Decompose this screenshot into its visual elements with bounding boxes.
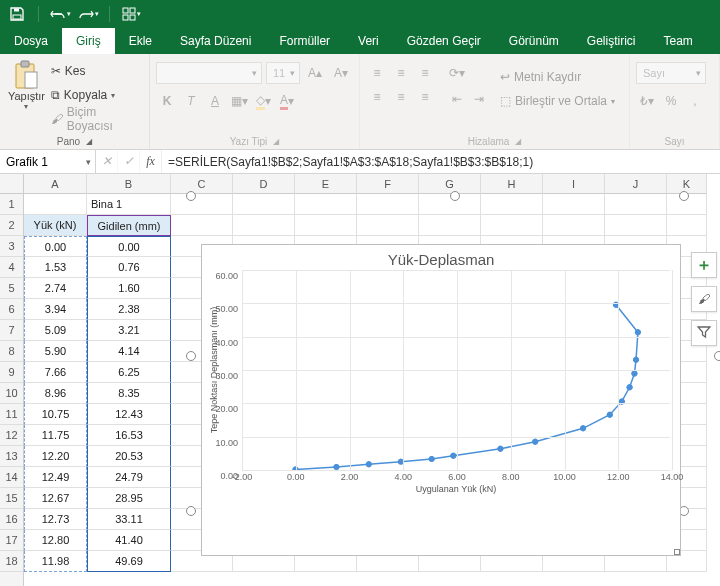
- cell[interactable]: 41.40: [87, 530, 171, 551]
- chart-title[interactable]: Yük-Deplasman: [202, 251, 680, 268]
- cell[interactable]: 12.49: [24, 467, 87, 488]
- column-header[interactable]: I: [543, 174, 605, 194]
- number-format-combo[interactable]: Sayı: [636, 62, 706, 84]
- row-header[interactable]: 9: [0, 362, 23, 383]
- cell[interactable]: 12.20: [24, 446, 87, 467]
- row-header[interactable]: 7: [0, 320, 23, 341]
- tab-dosya[interactable]: Dosya: [0, 28, 62, 54]
- cell[interactable]: 0.76: [87, 257, 171, 278]
- cell[interactable]: Bina 1: [87, 194, 171, 215]
- merge-center-button[interactable]: ⬚Birleştir ve Ortala▾: [500, 90, 615, 112]
- fill-color-button[interactable]: ◇▾: [252, 90, 274, 112]
- column-header[interactable]: J: [605, 174, 667, 194]
- row-header[interactable]: 17: [0, 530, 23, 551]
- cell[interactable]: 5.09: [24, 320, 87, 341]
- row-header[interactable]: 12: [0, 425, 23, 446]
- cell[interactable]: 20.53: [87, 446, 171, 467]
- italic-button[interactable]: T: [180, 90, 202, 112]
- name-box[interactable]: Grafik 1: [0, 150, 96, 173]
- cell[interactable]: 7.66: [24, 362, 87, 383]
- cell[interactable]: 12.43: [87, 404, 171, 425]
- cell[interactable]: 4.14: [87, 341, 171, 362]
- cell[interactable]: 12.73: [24, 509, 87, 530]
- cell[interactable]: 16.53: [87, 425, 171, 446]
- save-icon[interactable]: [6, 3, 28, 25]
- row-header[interactable]: 10: [0, 383, 23, 404]
- align-top-icon[interactable]: ≡: [366, 62, 388, 84]
- cell[interactable]: 28.95: [87, 488, 171, 509]
- tab-team[interactable]: Team: [650, 28, 707, 54]
- align-bottom-icon[interactable]: ≡: [414, 62, 436, 84]
- row-header[interactable]: 18: [0, 551, 23, 572]
- row-header[interactable]: 6: [0, 299, 23, 320]
- format-painter-button[interactable]: 🖌Biçim Boyacısı: [51, 108, 143, 130]
- column-header[interactable]: D: [233, 174, 295, 194]
- cell[interactable]: 3.21: [87, 320, 171, 341]
- column-header[interactable]: E: [295, 174, 357, 194]
- cell[interactable]: 5.90: [24, 341, 87, 362]
- column-header[interactable]: G: [419, 174, 481, 194]
- tab-ekle[interactable]: Ekle: [115, 28, 166, 54]
- comma-icon[interactable]: ,: [684, 90, 706, 112]
- tab-gorunum[interactable]: Görünüm: [495, 28, 573, 54]
- tab-giris[interactable]: Giriş: [62, 28, 115, 54]
- chart-filter-button[interactable]: [691, 320, 717, 346]
- copy-button[interactable]: ⧉Kopyala▾: [51, 84, 143, 106]
- row-header[interactable]: 16: [0, 509, 23, 530]
- tab-gelistirici[interactable]: Geliştirici: [573, 28, 650, 54]
- font-size-combo[interactable]: 11: [266, 62, 300, 84]
- column-header[interactable]: A: [24, 174, 87, 194]
- resize-handle[interactable]: [714, 351, 720, 361]
- row-header[interactable]: 11: [0, 404, 23, 425]
- chart-area[interactable]: Yük-Deplasman Tepe Noktası Deplasmanı (m…: [201, 244, 681, 556]
- resize-handle[interactable]: [450, 191, 460, 201]
- resize-handle[interactable]: [186, 351, 196, 361]
- cell[interactable]: 12.67: [24, 488, 87, 509]
- undo-icon[interactable]: ▾: [49, 3, 71, 25]
- resize-handle[interactable]: [186, 191, 196, 201]
- cell[interactable]: 1.60: [87, 278, 171, 299]
- cell[interactable]: 8.35: [87, 383, 171, 404]
- border-button[interactable]: ▦▾: [228, 90, 250, 112]
- tab-sayfa-duzeni[interactable]: Sayfa Düzeni: [166, 28, 265, 54]
- cancel-icon[interactable]: ✕: [96, 150, 118, 173]
- tab-veri[interactable]: Veri: [344, 28, 393, 54]
- currency-icon[interactable]: ₺▾: [636, 90, 658, 112]
- tab-gozden-gecir[interactable]: Gözden Geçir: [393, 28, 495, 54]
- paste-button[interactable]: Yapıştır ▾: [6, 60, 47, 111]
- cell[interactable]: 12.80: [24, 530, 87, 551]
- row-header[interactable]: 1: [0, 194, 23, 215]
- chart-container[interactable]: Yük-Deplasman Tepe Noktası Deplasmanı (m…: [191, 196, 719, 556]
- font-family-combo[interactable]: [156, 62, 262, 84]
- resize-handle[interactable]: [186, 506, 196, 516]
- formula-input[interactable]: =SERİLER(Sayfa1!$B$2;Sayfa1!$A$3:$A$18;S…: [162, 150, 720, 173]
- font-color-button[interactable]: A▾: [276, 90, 298, 112]
- row-header[interactable]: 8: [0, 341, 23, 362]
- cell[interactable]: 10.75: [24, 404, 87, 425]
- row-header[interactable]: 14: [0, 467, 23, 488]
- row-header[interactable]: 15: [0, 488, 23, 509]
- wrap-text-button[interactable]: ↩Metni Kaydır: [500, 66, 615, 88]
- cell[interactable]: 11.75: [24, 425, 87, 446]
- row-header[interactable]: 3: [0, 236, 23, 257]
- cell[interactable]: 0.00: [87, 236, 171, 257]
- column-header[interactable]: F: [357, 174, 419, 194]
- x-axis-label[interactable]: Uygulanan Yük (kN): [416, 484, 496, 494]
- enter-icon[interactable]: ✓: [118, 150, 140, 173]
- cell[interactable]: 33.11: [87, 509, 171, 530]
- cell[interactable]: 8.96: [24, 383, 87, 404]
- cell[interactable]: Yük (kN): [24, 215, 87, 236]
- align-left-icon[interactable]: ≡: [366, 86, 388, 108]
- align-right-icon[interactable]: ≡: [414, 86, 436, 108]
- cell[interactable]: 3.94: [24, 299, 87, 320]
- select-all-corner[interactable]: [0, 174, 23, 194]
- cell[interactable]: 49.69: [87, 551, 171, 572]
- fx-button[interactable]: fx: [140, 150, 162, 173]
- percent-icon[interactable]: %: [660, 90, 682, 112]
- cell[interactable]: Gidilen (mm): [87, 215, 171, 236]
- underline-button[interactable]: A: [204, 90, 226, 112]
- tab-formuller[interactable]: Formüller: [265, 28, 344, 54]
- cell[interactable]: 0.00: [24, 236, 87, 257]
- cell[interactable]: 2.74: [24, 278, 87, 299]
- cell[interactable]: 24.79: [87, 467, 171, 488]
